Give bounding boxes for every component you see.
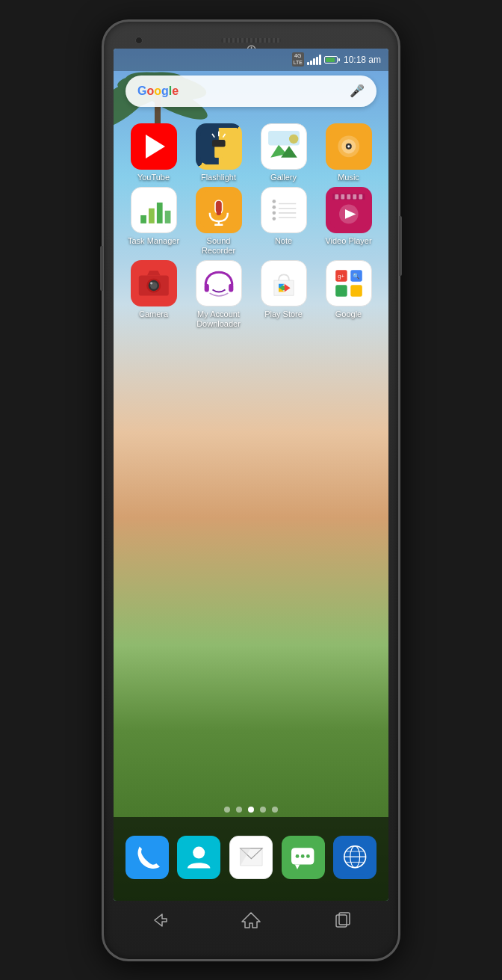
svg-point-83 bbox=[296, 854, 300, 858]
dock-phone-icon bbox=[126, 836, 169, 879]
svg-rect-46 bbox=[341, 194, 344, 199]
svg-rect-25 bbox=[149, 208, 155, 223]
soundrecorder-icon bbox=[196, 187, 242, 233]
dock-browser[interactable] bbox=[329, 836, 381, 882]
taskmanager-label: Task Manager bbox=[128, 236, 179, 246]
downloader-label: My AccountDownloader bbox=[196, 309, 241, 329]
signal-bar-1 bbox=[307, 62, 309, 65]
svg-rect-47 bbox=[347, 194, 350, 199]
page-dot-3[interactable] bbox=[260, 807, 266, 813]
signal-bar-2 bbox=[310, 61, 312, 65]
page-dot-2-active[interactable] bbox=[248, 807, 254, 813]
music-svg bbox=[330, 128, 368, 165]
compose-svg bbox=[235, 840, 268, 874]
phone-device: ⊕ 4GLTE bbox=[102, 19, 400, 961]
camera-label: Camera bbox=[139, 309, 168, 319]
app-grid: YouTube bbox=[114, 123, 388, 334]
camera-svg bbox=[135, 265, 173, 302]
google-label: Google bbox=[335, 309, 362, 319]
page-dot-1[interactable] bbox=[236, 807, 242, 813]
svg-point-85 bbox=[306, 854, 310, 858]
app-downloader[interactable]: My AccountDownloader bbox=[189, 260, 249, 329]
youtube-icon bbox=[131, 123, 177, 170]
phone-svg bbox=[130, 839, 164, 874]
svg-rect-61 bbox=[229, 284, 233, 292]
status-bar: 4GLTE 10:18 am bbox=[114, 49, 388, 71]
page-dots bbox=[114, 807, 388, 813]
app-note[interactable]: Note bbox=[254, 187, 314, 256]
svg-rect-17 bbox=[268, 131, 300, 145]
google-search-bar[interactable]: Google 🎤 bbox=[126, 75, 376, 107]
app-row-3: Camera bbox=[121, 260, 381, 329]
svg-marker-93 bbox=[242, 913, 260, 928]
svg-point-76 bbox=[193, 847, 205, 859]
svg-rect-9 bbox=[212, 140, 226, 147]
battery-fill bbox=[326, 58, 335, 62]
google-logo: Google bbox=[137, 84, 179, 98]
svg-rect-70 bbox=[335, 285, 347, 296]
app-youtube[interactable]: YouTube bbox=[124, 123, 184, 182]
dock-messaging[interactable] bbox=[277, 836, 329, 882]
svg-point-58 bbox=[150, 282, 152, 284]
app-google[interactable]: g+ 🔍 Google bbox=[319, 260, 379, 329]
browser-svg bbox=[338, 839, 372, 874]
flashlight-label: Flashlight bbox=[201, 173, 236, 182]
svg-rect-27 bbox=[164, 210, 170, 223]
recents-icon bbox=[332, 910, 353, 931]
svg-rect-49 bbox=[359, 194, 362, 199]
app-music[interactable]: Music bbox=[319, 123, 379, 182]
signal-bar-5 bbox=[319, 55, 321, 65]
dock-compose-icon bbox=[229, 836, 273, 879]
app-videoplayer[interactable]: Video Player bbox=[319, 187, 379, 256]
microphone-icon[interactable]: 🎤 bbox=[350, 84, 365, 98]
page-dot-0[interactable] bbox=[224, 807, 230, 813]
playstore-label: Play Store bbox=[264, 309, 303, 319]
signal-bars bbox=[307, 55, 321, 65]
dock-compose[interactable] bbox=[225, 836, 277, 882]
google-svg: g+ 🔍 bbox=[331, 265, 367, 301]
taskmanager-svg bbox=[136, 192, 172, 228]
gallery-svg bbox=[266, 129, 302, 164]
app-camera[interactable]: Camera bbox=[124, 260, 184, 329]
taskmanager-icon bbox=[131, 187, 177, 233]
google-icon: g+ 🔍 bbox=[326, 260, 372, 306]
back-icon bbox=[149, 910, 170, 931]
app-taskmanager[interactable]: Task Manager bbox=[124, 187, 184, 256]
svg-rect-26 bbox=[156, 203, 162, 224]
nav-home-button[interactable] bbox=[232, 908, 270, 932]
camera-icon bbox=[131, 260, 177, 306]
svg-point-31 bbox=[216, 210, 220, 215]
app-flashlight[interactable]: Flashlight bbox=[189, 123, 249, 182]
svg-rect-24 bbox=[140, 215, 146, 224]
nav-recents-button[interactable] bbox=[324, 908, 362, 932]
youtube-label: YouTube bbox=[137, 173, 170, 182]
dock-contacts-icon bbox=[177, 836, 220, 879]
gallery-label: Gallery bbox=[270, 173, 297, 182]
svg-rect-34 bbox=[266, 192, 302, 228]
app-dock bbox=[114, 817, 388, 901]
app-gallery[interactable]: Gallery bbox=[254, 123, 314, 182]
videoplayer-label: Video Player bbox=[325, 236, 371, 246]
lte-badge: 4GLTE bbox=[292, 52, 304, 67]
front-camera bbox=[135, 37, 143, 44]
page-dot-4[interactable] bbox=[272, 807, 278, 813]
nav-back-button[interactable] bbox=[140, 908, 178, 932]
music-label: Music bbox=[338, 173, 359, 182]
dock-phone[interactable] bbox=[121, 836, 173, 882]
videoplayer-svg bbox=[330, 191, 368, 229]
app-playstore[interactable]: Play Store bbox=[254, 260, 314, 329]
dock-contacts[interactable] bbox=[173, 836, 226, 882]
signal-bar-3 bbox=[313, 58, 315, 65]
svg-point-22 bbox=[347, 145, 350, 147]
dock-messaging-icon bbox=[282, 836, 325, 879]
messaging-svg bbox=[285, 839, 320, 874]
svg-point-37 bbox=[272, 211, 276, 215]
app-soundrecorder[interactable]: SoundRecorder bbox=[189, 187, 249, 256]
soundrecorder-svg bbox=[200, 191, 238, 229]
status-icons: 4GLTE 10:18 am bbox=[292, 52, 381, 67]
svg-text:🔍: 🔍 bbox=[353, 272, 360, 280]
playstore-svg bbox=[266, 265, 302, 301]
downloader-icon bbox=[196, 260, 242, 306]
app-row-1: YouTube bbox=[121, 123, 381, 182]
note-label: Note bbox=[275, 236, 292, 246]
